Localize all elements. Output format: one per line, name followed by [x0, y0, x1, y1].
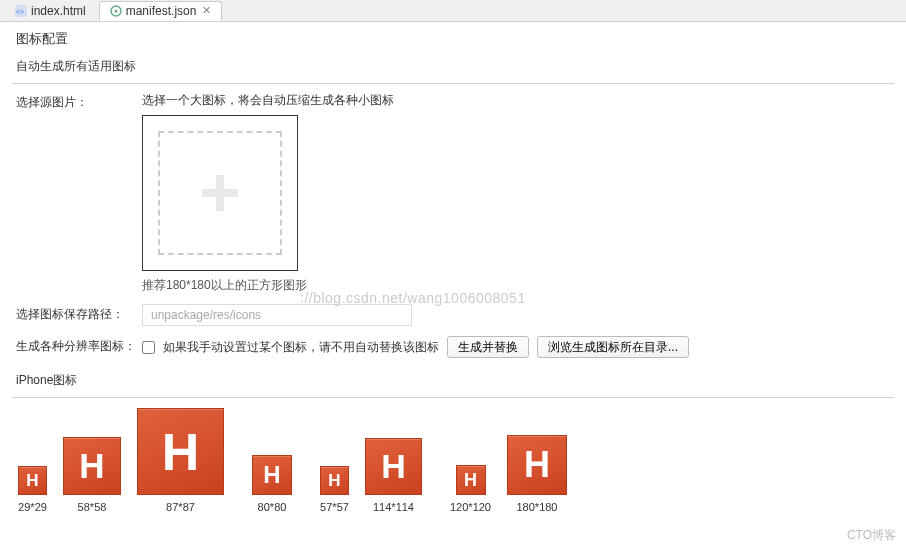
- tab-label: manifest.json: [126, 4, 197, 18]
- icon-size-label: 80*80: [258, 501, 287, 513]
- app-icon-letter: H: [263, 461, 280, 489]
- section-auto-generate: 自动生成所有适用图标 选择源图片： 选择一个大图标，将会自动压缩生成各种小图标 …: [12, 58, 894, 358]
- section-iphone-icons: iPhone图标 H29*29H58*58H87*87H80*80H57*57H…: [12, 372, 894, 513]
- checkbox-hint: 如果我手动设置过某个图标，请不用自动替换该图标: [163, 339, 439, 356]
- app-icon-preview: H: [320, 466, 349, 495]
- app-icon-preview: H: [18, 466, 47, 495]
- app-icon-preview: H: [252, 455, 292, 495]
- app-icon-preview: H: [137, 408, 224, 495]
- icon-cluster: H120*120H180*180: [450, 435, 567, 513]
- browse-output-button[interactable]: 浏览生成图标所在目录...: [537, 336, 689, 358]
- tab-index-html[interactable]: <> index.html: [4, 1, 97, 21]
- icon-cell[interactable]: H114*114: [365, 438, 422, 513]
- icon-cell[interactable]: H120*120: [450, 465, 491, 513]
- icon-cluster: H80*80: [252, 455, 292, 513]
- close-icon[interactable]: ✕: [202, 4, 211, 17]
- save-path-input[interactable]: [142, 304, 412, 326]
- icon-size-label: 29*29: [18, 501, 47, 513]
- label-generate: 生成各种分辨率图标：: [16, 336, 142, 355]
- plus-icon: [198, 171, 242, 215]
- section-legend: 自动生成所有适用图标: [12, 59, 140, 73]
- icon-size-label: 114*114: [373, 501, 414, 513]
- tab-manifest-json[interactable]: manifest.json ✕: [99, 1, 223, 21]
- icon-cell[interactable]: H29*29: [18, 466, 47, 513]
- image-dropzone[interactable]: [142, 115, 298, 271]
- html-file-icon: <>: [15, 5, 27, 17]
- tab-label: index.html: [31, 4, 86, 18]
- icon-cell[interactable]: H57*57: [320, 466, 349, 513]
- iphone-icons-row: H29*29H58*58H87*87H80*80H57*57H114*114H1…: [12, 398, 894, 513]
- icon-cell[interactable]: H58*58: [63, 437, 121, 513]
- svg-point-3: [114, 9, 117, 12]
- icon-size-label: 120*120: [450, 501, 491, 513]
- app-icon-letter: H: [524, 444, 550, 486]
- app-icon-letter: H: [328, 471, 340, 491]
- label-source-image: 选择源图片：: [16, 92, 142, 111]
- icon-size-label: 58*58: [78, 501, 107, 513]
- checkbox-no-replace[interactable]: [142, 341, 155, 354]
- icon-cell[interactable]: H180*180: [507, 435, 567, 513]
- icon-size-label: 180*180: [517, 501, 558, 513]
- app-icon-preview: H: [365, 438, 422, 495]
- app-icon-letter: H: [79, 446, 104, 486]
- app-icon-preview: H: [507, 435, 567, 495]
- generate-button[interactable]: 生成并替换: [447, 336, 529, 358]
- svg-text:<>: <>: [16, 8, 24, 15]
- watermark-brand: CTO博客: [847, 527, 896, 544]
- app-icon-letter: H: [162, 422, 200, 482]
- app-icon-preview: H: [456, 465, 486, 495]
- app-icon-letter: H: [464, 470, 477, 491]
- icon-cluster: H29*29H58*58H87*87: [18, 408, 224, 513]
- dropzone-inner: [158, 131, 282, 255]
- label-save-path: 选择图标保存路径：: [16, 304, 142, 323]
- icon-size-label: 87*87: [166, 501, 195, 513]
- hint-source-image: 选择一个大图标，将会自动压缩生成各种小图标: [142, 92, 890, 109]
- icon-cell[interactable]: H80*80: [252, 455, 292, 513]
- icon-size-label: 57*57: [320, 501, 349, 513]
- icon-cluster: H57*57H114*114: [320, 438, 422, 513]
- dropzone-caption: 推荐180*180以上的正方形图形: [142, 277, 890, 294]
- json-file-icon: [110, 5, 122, 17]
- app-icon-letter: H: [26, 471, 38, 491]
- app-icon-preview: H: [63, 437, 121, 495]
- svg-rect-5: [202, 189, 238, 197]
- app-icon-letter: H: [381, 447, 406, 486]
- section-legend: iPhone图标: [12, 373, 81, 387]
- panel-title: 图标配置: [0, 22, 906, 54]
- icon-cell[interactable]: H87*87: [137, 408, 224, 513]
- editor-tabs: <> index.html manifest.json ✕: [0, 0, 906, 22]
